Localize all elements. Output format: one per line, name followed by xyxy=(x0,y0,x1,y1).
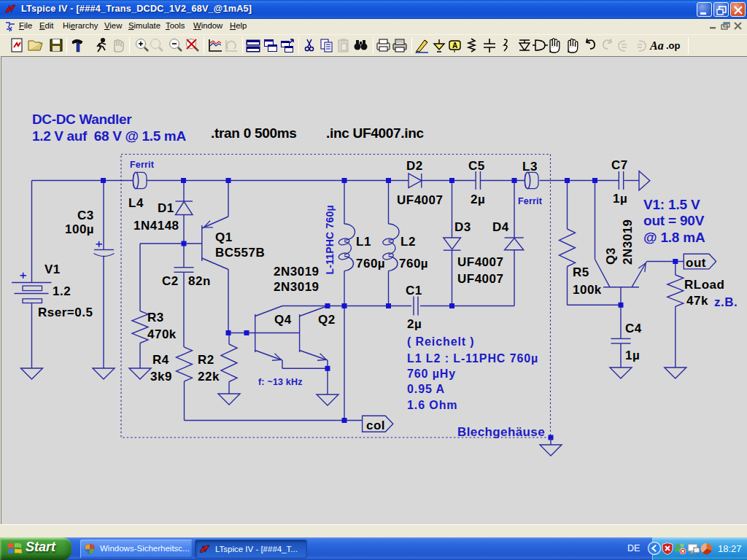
svg-text:out: out xyxy=(686,256,706,270)
svg-text:z.B.: z.B. xyxy=(714,295,738,309)
svg-text:C5: C5 xyxy=(468,159,485,173)
svg-text:L-11PHC 760µ: L-11PHC 760µ xyxy=(324,205,336,274)
svg-text:760µ: 760µ xyxy=(356,257,385,271)
svg-text:D4: D4 xyxy=(492,220,509,234)
svg-text:C4: C4 xyxy=(625,322,642,335)
svg-text:@ 1.8 mA: @ 1.8 mA xyxy=(643,230,705,245)
svg-text:L3: L3 xyxy=(522,160,538,174)
svg-text:C3: C3 xyxy=(77,209,94,222)
svg-text:D2: D2 xyxy=(406,159,423,173)
svg-text:UF4007: UF4007 xyxy=(457,272,503,286)
svg-text:1µ: 1µ xyxy=(625,349,640,362)
svg-text:Q1: Q1 xyxy=(215,230,233,244)
svg-text:Rser=0.5: Rser=0.5 xyxy=(38,306,93,319)
svg-text:760µ: 760µ xyxy=(399,257,428,271)
svg-text:C1: C1 xyxy=(406,284,422,298)
svg-text:Ferrit: Ferrit xyxy=(518,196,543,206)
svg-text:L2: L2 xyxy=(400,235,416,249)
svg-text:BC557B: BC557B xyxy=(215,246,265,260)
svg-text:L1 L2 : L-11PHC 760µ: L1 L2 : L-11PHC 760µ xyxy=(407,352,538,365)
svg-text:C2: C2 xyxy=(162,274,179,288)
svg-text:22k: 22k xyxy=(198,370,220,384)
svg-text:1.2: 1.2 xyxy=(53,284,71,298)
svg-text:V1: 1.5 V: V1: 1.5 V xyxy=(643,197,700,212)
svg-text:col: col xyxy=(366,419,385,432)
svg-text:R2: R2 xyxy=(198,353,214,367)
svg-text:82n: 82n xyxy=(188,274,211,288)
svg-text:760 µHy: 760 µHy xyxy=(407,368,456,380)
svg-text:470k: 470k xyxy=(147,327,177,341)
svg-text:DC-DC Wandler: DC-DC Wandler xyxy=(32,112,132,127)
svg-text:A: A xyxy=(452,42,457,50)
svg-text:1.6 Ohm: 1.6 Ohm xyxy=(407,399,457,411)
svg-text:1.2 V auf 68 V @ 1.5 mA: 1.2 V auf 68 V @ 1.5 mA xyxy=(32,128,186,144)
svg-text:f: ~13 kHz: f: ~13 kHz xyxy=(258,377,303,387)
svg-text:V1: V1 xyxy=(44,262,61,276)
svg-text:Ferrit: Ferrit xyxy=(130,160,155,170)
svg-text:UF4007: UF4007 xyxy=(397,193,443,207)
svg-text:out = 90V: out = 90V xyxy=(643,213,705,228)
svg-text:.op: .op xyxy=(666,40,681,51)
svg-text:Q3: Q3 xyxy=(604,247,618,265)
svg-text:D1: D1 xyxy=(158,201,174,215)
svg-text:.tran 0 500ms: .tran 0 500ms xyxy=(211,125,297,141)
svg-text:1µ: 1µ xyxy=(613,192,627,206)
svg-text:Blechgehäuse: Blechgehäuse xyxy=(457,425,545,439)
svg-text:100µ: 100µ xyxy=(65,222,94,236)
svg-text:0.95 A: 0.95 A xyxy=(407,383,445,395)
svg-text:2N3019: 2N3019 xyxy=(274,265,320,279)
svg-text:Q4: Q4 xyxy=(274,313,292,327)
svg-text:47k: 47k xyxy=(686,294,708,308)
svg-text:2µ: 2µ xyxy=(407,317,422,331)
svg-text:C7: C7 xyxy=(611,158,628,172)
svg-text:.inc UF4007.inc: .inc UF4007.inc xyxy=(326,125,425,141)
svg-text:2N3019: 2N3019 xyxy=(621,219,635,265)
svg-text:Aa: Aa xyxy=(649,39,664,52)
svg-text:2µ: 2µ xyxy=(471,192,485,206)
svg-text:RLoad: RLoad xyxy=(684,278,724,292)
svg-text:Q2: Q2 xyxy=(318,313,336,327)
svg-text:100k: 100k xyxy=(573,283,602,297)
svg-text:UF4007: UF4007 xyxy=(457,255,503,269)
svg-text:1N4148: 1N4148 xyxy=(133,219,179,233)
svg-text:R3: R3 xyxy=(147,311,164,324)
svg-text:( Reichelt ): ( Reichelt ) xyxy=(407,335,475,348)
svg-text:L1: L1 xyxy=(356,235,371,249)
svg-text:R4: R4 xyxy=(152,353,169,367)
svg-text:3k9: 3k9 xyxy=(150,370,172,384)
svg-text:L4: L4 xyxy=(128,196,144,210)
svg-text:2N3019: 2N3019 xyxy=(274,280,320,294)
svg-text:R5: R5 xyxy=(573,265,589,279)
svg-text:D3: D3 xyxy=(454,220,471,234)
